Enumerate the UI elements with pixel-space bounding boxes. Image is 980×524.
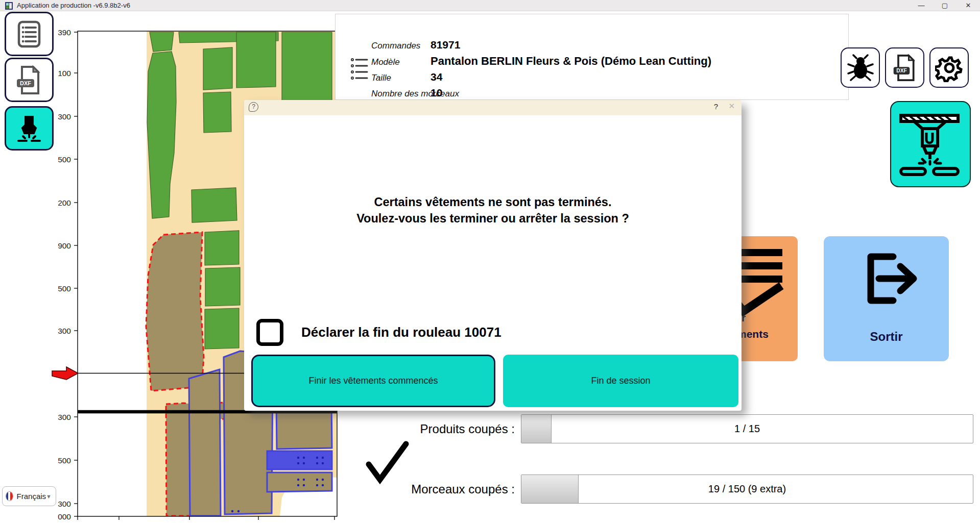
logout-icon [864, 252, 920, 308]
cutting-machine-icon [897, 108, 964, 181]
products-cut-progressbar: 1 / 15 [521, 414, 973, 443]
label-commandes: Commandes [371, 41, 420, 51]
settings-button[interactable] [929, 47, 969, 88]
svg-text:100: 100 [58, 69, 71, 78]
dialog-title-line-1: Certains vêtements ne sont pas terminés. [244, 194, 742, 210]
svg-text:300: 300 [58, 413, 71, 421]
declare-roll-end-checkbox[interactable] [256, 319, 283, 346]
svg-text:300: 300 [58, 327, 71, 335]
dxf-export-button[interactable]: DXF [885, 47, 924, 88]
sidebar-orders-button[interactable] [5, 12, 54, 56]
details-list-icon [351, 57, 368, 81]
svg-text:000: 000 [58, 512, 71, 521]
dialog-header: ? ? ✕ [244, 100, 742, 115]
value-modele: Pantalon BERLIN Fleurs & Pois (Démo Lean… [431, 55, 711, 68]
svg-text:300: 300 [58, 112, 71, 121]
close-button[interactable]: ✕ [957, 0, 980, 11]
sidebar-dxf-button[interactable]: DXF [5, 58, 54, 102]
label-modele: Modèle [371, 57, 400, 67]
sidebar-cutting-button[interactable] [5, 106, 54, 151]
svg-text:DXF: DXF [20, 80, 31, 86]
order-list-icon [15, 20, 43, 48]
value-commandes: 81971 [431, 39, 460, 51]
unfinished-garments-dialog: ? ? ✕ Certains vêtements ne sont pas ter… [244, 100, 742, 411]
svg-text:500: 500 [58, 155, 71, 164]
orange-button-text-fragment-1: r [742, 312, 746, 324]
french-flag-icon [6, 491, 13, 501]
bug-icon [847, 54, 874, 82]
pieces-cut-value: 19 / 150 (9 extra) [521, 483, 973, 494]
label-nombre-morceaux: Nombre des morceaux [371, 89, 459, 99]
orange-button-text-fragment-2: ments [737, 328, 769, 340]
products-cut-value: 1 / 15 [521, 422, 973, 434]
value-nombre-morceaux: 10 [431, 87, 442, 99]
title-bar: Application de production -v6.9.8b2-v6 —… [0, 0, 980, 11]
svg-text:200: 200 [58, 198, 71, 207]
pieces-cut-progressbar: 19 / 150 (9 extra) [521, 475, 973, 504]
app-icon [5, 2, 13, 10]
window-title: Application de production -v6.9.8b2-v6 [17, 2, 130, 9]
dialog-close-icon[interactable]: ✕ [728, 102, 735, 111]
declare-roll-end-label: Déclarer la fin du rouleau 10071 [301, 325, 501, 340]
svg-text:390: 390 [58, 28, 71, 37]
label-taille: Taille [371, 73, 391, 83]
dialog-title: Certains vêtements ne sont pas terminés.… [244, 194, 742, 227]
dxf-file-icon: DXF [15, 65, 43, 95]
svg-text:500: 500 [58, 284, 71, 293]
language-selector[interactable]: Français ▼ [2, 486, 56, 506]
finish-started-garments-button[interactable]: Finir les vêtements commencés [251, 355, 495, 407]
debug-button[interactable] [841, 47, 880, 88]
svg-text:DXF: DXF [896, 68, 906, 73]
cutting-machine-button[interactable] [890, 101, 971, 187]
svg-text:500: 500 [58, 456, 71, 465]
products-cut-label: Produits coupés : [331, 422, 515, 436]
maximize-button[interactable]: ▢ [933, 0, 957, 11]
exit-button-label: Sortir [824, 330, 949, 344]
minimize-button[interactable]: — [910, 0, 933, 11]
gear-icon [935, 54, 964, 82]
value-taille: 34 [431, 71, 442, 83]
language-label: Français [17, 492, 46, 501]
cut-done-check-icon [361, 438, 412, 486]
svg-text:900: 900 [58, 241, 71, 250]
chevron-down-icon[interactable]: ▼ [46, 493, 53, 500]
dxf-file-icon: DXF [892, 54, 918, 82]
end-session-button[interactable]: Fin de session [503, 355, 738, 407]
cutter-icon [14, 114, 44, 143]
pieces-cut-label: Morceaux coupés : [331, 482, 515, 496]
dialog-help-button[interactable]: ? [714, 102, 718, 111]
svg-text:300: 300 [58, 500, 71, 508]
exit-button[interactable]: Sortir [824, 236, 949, 361]
dialog-title-line-2: Voulez-vous les terminer ou arrêter la s… [244, 210, 742, 227]
help-bubble-icon: ? [249, 102, 258, 112]
